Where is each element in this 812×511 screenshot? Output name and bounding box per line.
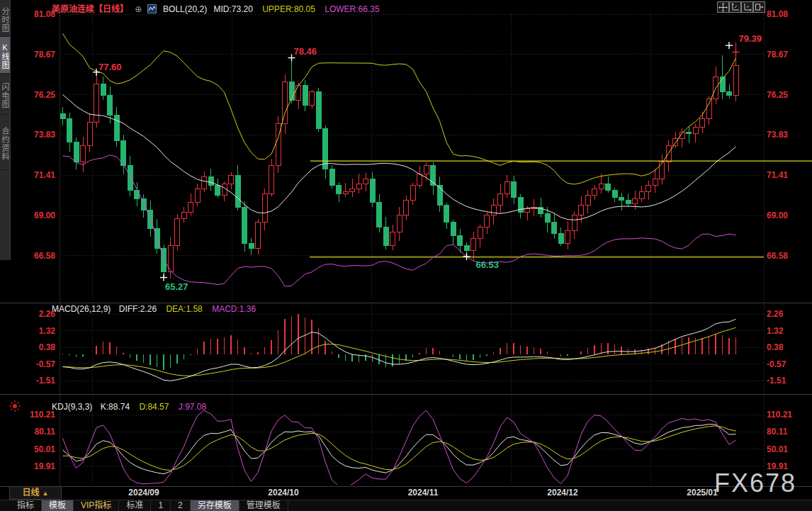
bottom-tabbar: 指标模板VIP指标标准12另存模板管理模板 — [0, 500, 812, 511]
price-axis-label: 69.00 — [14, 210, 55, 221]
axis-zoom-in-icon[interactable] — [729, 1, 741, 13]
macd-header: MACD(26,12,9) DIFF:2.26 DEA:1.58 MACD:1.… — [52, 304, 263, 314]
price-annotation: 78.46 — [294, 46, 317, 57]
kdj-axis-label: 80.11 — [767, 426, 811, 437]
kdj-axis-label: 50.01 — [767, 444, 811, 455]
macd-axis-label: 0.38 — [767, 342, 811, 353]
boll-lower-value: LOWER:66.35 — [325, 4, 379, 14]
kdj-header: KDJ(9,3,3) K:88.74 D:84.57 J:97.08 — [52, 402, 213, 412]
kdj-j-value: J:97.08 — [179, 402, 206, 412]
price-axis-label: 66.58 — [14, 250, 55, 262]
price-annotation: 79.39 — [739, 33, 762, 44]
chart-type-icon[interactable] — [147, 4, 157, 16]
tab-4[interactable]: 标准 — [119, 500, 151, 511]
macd-axis-label: 2.26 — [14, 308, 55, 320]
price-axis-label: 71.41 — [767, 169, 811, 181]
boll-label: BOLL(20,2) — [163, 4, 207, 14]
axis-zoom-out-icon[interactable] — [741, 1, 753, 13]
kdj-axis-label: 50.01 — [14, 444, 55, 455]
pan-icon[interactable] — [717, 1, 729, 13]
boll-mid-value: MID:73.20 — [214, 4, 253, 14]
macd-axis-label: -0.57 — [14, 359, 55, 370]
main-chart-header: 美原油连续【日线】 ⊕ BOLL(20,2) MID:73.20 UPPER:8… — [52, 2, 387, 14]
kdj-k-value: K:88.74 — [101, 402, 130, 412]
instrument-title: 美原油连续【日线】 — [52, 4, 128, 14]
kdj-d-value: D:84.57 — [139, 402, 169, 412]
watermark: FX678 — [714, 468, 796, 498]
macd-diff-value: DIFF:2.26 — [119, 304, 157, 314]
macd-label: MACD(26,12,9) — [52, 304, 111, 314]
price-axis-label: 69.00 — [767, 210, 811, 221]
left-sidebar: 分时图K线图闪电图合约资料 — [0, 0, 11, 260]
price-axis-label: 73.83 — [767, 129, 811, 140]
chart-canvas[interactable] — [0, 0, 812, 511]
tab-2[interactable]: 模板 — [42, 500, 74, 511]
candlesticks — [60, 43, 738, 279]
indicator-settings-icon[interactable]: ⊕ — [135, 4, 142, 14]
exit-icon[interactable] — [753, 1, 765, 13]
macd-axis-label: 1.32 — [767, 325, 811, 337]
chart-app: 分时图K线图闪电图合约资料 美原油连续【日线】 ⊕ BOLL(20,2) MID… — [0, 0, 812, 511]
kdj-label: KDJ(9,3,3) — [52, 402, 92, 412]
tab-3[interactable]: VIP指标 — [74, 500, 119, 511]
tab-5[interactable]: 1 — [151, 500, 171, 511]
price-axis-label: 73.83 — [14, 129, 55, 140]
kdj-axis-label: 80.11 — [14, 426, 55, 437]
macd-axis-label: -0.57 — [767, 359, 811, 370]
period-dropdown-arrow: ▲ — [43, 490, 49, 497]
sidebar-item-4[interactable]: 合约资料 — [0, 115, 10, 170]
macd-axis-label: 0.38 — [14, 342, 55, 353]
gridlines — [60, 0, 764, 486]
macd-axis-label: 1.32 — [14, 325, 55, 337]
boll-upper-value: UPPER:80.05 — [262, 4, 315, 14]
period-label: 日线 — [23, 488, 40, 498]
tab-8[interactable]: 管理模板 — [239, 500, 288, 511]
price-axis-label: 78.67 — [767, 49, 811, 60]
kdj-axis-label: 110.21 — [14, 409, 55, 420]
date-axis-label: 2025/01 — [687, 488, 717, 498]
period-selector[interactable]: 日线▲ — [9, 486, 62, 500]
price-annotation: 65.27 — [165, 281, 188, 292]
macd-axis-label: -1.51 — [14, 375, 55, 386]
sidebar-item-2[interactable]: K线图 — [0, 37, 10, 74]
annotation-markers — [93, 42, 740, 281]
pane-separator — [0, 394, 812, 395]
sidebar-item-1[interactable]: 分时图 — [0, 0, 10, 37]
price-axis-label: 66.58 — [767, 250, 811, 262]
kdj-axis-label: 19.91 — [14, 461, 55, 472]
macd-axis-label: 2.26 — [767, 308, 811, 320]
kdj-axis-label: 110.21 — [767, 409, 811, 420]
tab-7[interactable]: 另存模板 — [191, 500, 239, 511]
price-axis-label: 81.08 — [14, 9, 55, 20]
sidebar-item-3[interactable]: 闪电图 — [0, 74, 10, 115]
pane-separator — [0, 303, 812, 303]
price-annotation: 77.60 — [98, 62, 122, 72]
price-axis-label: 76.25 — [14, 89, 55, 101]
date-axis-label: 2024/11 — [408, 488, 439, 498]
price-annotation: 66.53 — [476, 259, 500, 270]
macd-axis-label: -1.51 — [767, 375, 811, 386]
date-axis-label: 2024/10 — [268, 488, 298, 498]
price-axis-label: 76.25 — [767, 89, 811, 101]
tab-1[interactable]: 指标 — [10, 500, 42, 511]
tab-6[interactable]: 2 — [171, 500, 191, 511]
macd-histogram — [63, 314, 736, 370]
macd-macd-value: MACD:1.36 — [212, 304, 256, 314]
pane-separator — [0, 486, 812, 487]
date-axis-label: 2024/09 — [128, 488, 159, 498]
price-axis-label: 71.41 — [14, 169, 55, 181]
price-axis-label: 78.67 — [14, 49, 55, 60]
date-axis-label: 2024/12 — [547, 488, 577, 498]
price-axis-label: 81.08 — [767, 9, 811, 20]
macd-dea-value: DEA:1.58 — [166, 304, 202, 314]
